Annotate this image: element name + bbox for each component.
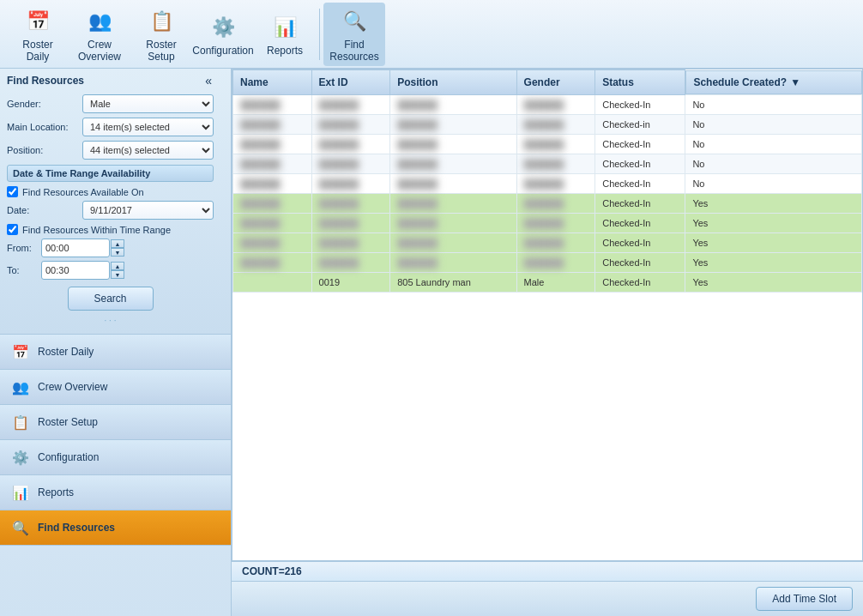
configuration-icon: ⚙️ (208, 12, 238, 43)
find-within-range-checkbox[interactable] (7, 224, 18, 235)
toolbar-label-crew-overview: Crew Overview (72, 39, 127, 63)
cell-position: ██████ (390, 134, 516, 154)
cell-name: ██████ (233, 114, 312, 134)
toolbar: 📅 Roster Daily 👥 Crew Overview 📋 Roster … (0, 0, 863, 69)
toolbar-label-find-resources: Find Resources (327, 39, 382, 63)
toolbar-btn-find-resources[interactable]: 🔍 Find Resources (323, 3, 385, 66)
gender-select[interactable]: Male Female All (82, 94, 214, 113)
nav-item-configuration[interactable]: ⚙️ Configuration (0, 440, 231, 475)
col-gender: Gender (516, 70, 595, 95)
nav-find-resources-icon: 🔍 (10, 517, 31, 538)
reports-icon: 📊 (269, 12, 300, 43)
toolbar-btn-roster-daily[interactable]: 📅 Roster Daily (7, 3, 69, 66)
cell-status: Checked-In (595, 233, 685, 252)
to-spin-up[interactable]: ▲ (111, 262, 124, 270)
filter-icon[interactable]: ▼ (790, 76, 800, 88)
date-time-section-header: Date & Time Range Availability (7, 165, 214, 182)
table-row[interactable]: ████████████████████████Checked-InYes (233, 252, 862, 272)
find-available-label[interactable]: Find Resources Available On (22, 187, 144, 197)
find-within-range-label[interactable]: Find Resources Within Time Range (22, 225, 171, 235)
find-resources-title: Find Resources (7, 75, 84, 87)
toolbar-btn-crew-overview[interactable]: 👥 Crew Overview (69, 3, 130, 66)
nav-item-roster-setup[interactable]: 📋 Roster Setup (0, 405, 231, 440)
to-spin-down[interactable]: ▼ (111, 270, 124, 279)
table-row[interactable]: ████████████████████████Checked-inNo (233, 114, 862, 134)
from-input[interactable] (41, 239, 110, 257)
cell-schedule-created: Yes (685, 272, 862, 292)
from-spin-up[interactable]: ▲ (111, 239, 124, 248)
table-row[interactable]: ████████████████████████Checked-InYes (233, 193, 862, 213)
from-spin-down[interactable]: ▼ (111, 248, 124, 257)
cell-schedule-created: No (685, 114, 862, 134)
toolbar-btn-roster-setup[interactable]: 📋 Roster Setup (130, 3, 192, 66)
col-schedule-created[interactable]: Schedule Created? ▼ (685, 70, 861, 94)
find-available-checkbox[interactable] (7, 186, 18, 197)
find-within-range-row: Find Resources Within Time Range (7, 224, 214, 235)
cell-gender: ██████ (516, 94, 595, 114)
col-position: Position (390, 70, 516, 95)
results-table[interactable]: Name Ext ID Position Gender Status Sched… (232, 69, 863, 561)
cell-ext-id: ██████ (311, 114, 390, 134)
cell-gender: Male (516, 272, 595, 292)
table-header-row: Name Ext ID Position Gender Status Sched… (233, 70, 862, 95)
cell-position: ██████ (390, 213, 516, 233)
roster-setup-icon: 📋 (146, 6, 177, 37)
collapse-button[interactable]: « (203, 74, 214, 88)
toolbar-label-roster-daily: Roster Daily (22, 39, 52, 63)
nav-item-roster-daily[interactable]: 📅 Roster Daily (0, 335, 231, 370)
search-button[interactable]: Search (68, 287, 154, 311)
cell-position: ██████ (390, 173, 516, 193)
cell-position: ██████ (390, 233, 516, 252)
cell-gender: ██████ (516, 154, 595, 173)
cell-schedule-created: No (685, 173, 862, 193)
nav-items: 📅 Roster Daily 👥 Crew Overview 📋 Roster … (0, 335, 231, 616)
scroll-indicator: · · · (7, 314, 214, 327)
add-time-slot-button[interactable]: Add Time Slot (756, 587, 853, 611)
to-row: To: ▲ ▼ (7, 261, 214, 280)
nav-label-roster-daily: Roster Daily (38, 346, 94, 358)
table-row[interactable]: ████████████████████████Checked-InYes (233, 233, 862, 252)
col-status: Status (595, 70, 685, 95)
cell-ext-id: ██████ (311, 173, 390, 193)
col-ext-id: Ext ID (311, 70, 390, 95)
table-row[interactable]: 0019805 Laundry manMaleChecked-InYes (233, 272, 862, 292)
table-row[interactable]: ████████████████████████Checked-InNo (233, 134, 862, 154)
cell-gender: ██████ (516, 233, 595, 252)
cell-status: Checked-In (595, 94, 685, 114)
nav-item-crew-overview[interactable]: 👥 Crew Overview (0, 370, 231, 405)
cell-name: ██████ (233, 94, 312, 114)
nav-item-reports[interactable]: 📊 Reports (0, 475, 231, 510)
position-select[interactable]: 44 item(s) selected (82, 141, 214, 160)
main-location-select[interactable]: 14 item(s) selected (82, 118, 214, 136)
from-row: From: ▲ ▼ (7, 239, 214, 257)
main-location-row: Main Location: 14 item(s) selected (7, 118, 214, 136)
table-body: ████████████████████████Checked-InNo████… (233, 94, 862, 292)
gender-row: Gender: Male Female All (7, 94, 214, 113)
cell-schedule-created: No (685, 134, 862, 154)
cell-name: ██████ (233, 213, 312, 233)
nav-roster-setup-icon: 📋 (10, 412, 31, 432)
toolbar-btn-configuration[interactable]: ⚙️ Configuration (192, 9, 254, 60)
schedule-created-label: Schedule Created? (693, 76, 787, 88)
nav-reports-icon: 📊 (10, 482, 31, 503)
cell-gender: ██████ (516, 213, 595, 233)
table-row[interactable]: ████████████████████████Checked-InNo (233, 154, 862, 173)
find-available-on-row: Find Resources Available On (7, 186, 214, 197)
toolbar-btn-reports[interactable]: 📊 Reports (254, 9, 316, 60)
cell-ext-id: ██████ (311, 233, 390, 252)
toolbar-label-configuration: Configuration (192, 45, 253, 57)
table-row[interactable]: ████████████████████████Checked-InYes (233, 213, 862, 233)
cell-ext-id: ██████ (311, 94, 390, 114)
cell-position: ██████ (390, 252, 516, 272)
table-row[interactable]: ████████████████████████Checked-InNo (233, 94, 862, 114)
cell-ext-id: ██████ (311, 193, 390, 213)
nav-item-find-resources[interactable]: 🔍 Find Resources (0, 510, 231, 546)
cell-gender: ██████ (516, 173, 595, 193)
cell-name: ██████ (233, 193, 312, 213)
sidebar: Find Resources « Gender: Male Female All… (0, 69, 232, 616)
cell-schedule-created: Yes (685, 193, 862, 213)
table-row[interactable]: ████████████████████████Checked-InNo (233, 173, 862, 193)
date-select[interactable]: 9/11/2017 (82, 201, 214, 220)
to-input[interactable] (41, 261, 110, 280)
cell-ext-id: ██████ (311, 154, 390, 173)
